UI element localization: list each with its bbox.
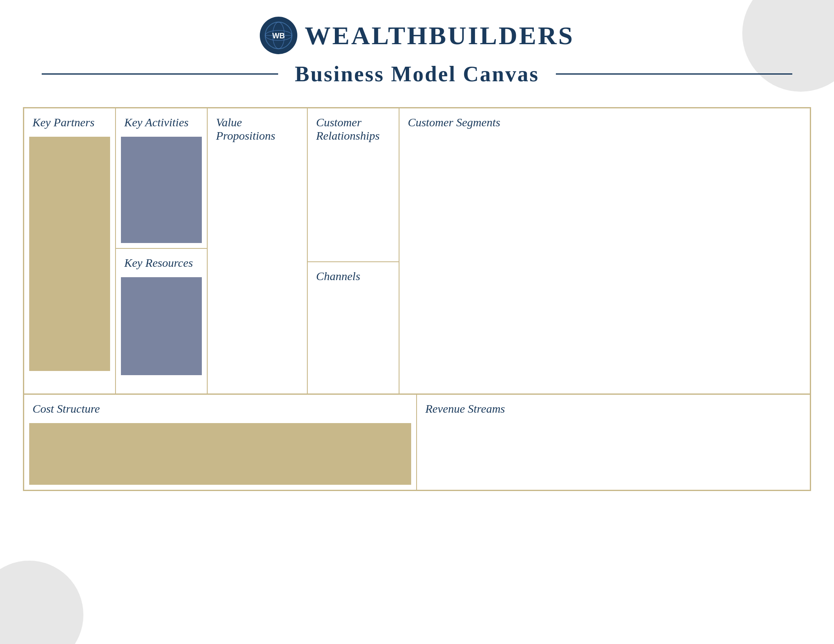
logo-area: WB WEALTHBUILDERS: [260, 17, 574, 54]
corner-marker-tl: [23, 107, 30, 115]
logo-circle: WB: [260, 17, 297, 54]
cell-customer-segments: Customer Segments: [399, 108, 810, 393]
key-activities-fill: [121, 137, 202, 243]
revenue-streams-fill: [422, 423, 805, 485]
svg-text:WB: WB: [272, 32, 285, 40]
canvas-wrapper: Key Partners Key Activities Key Resource…: [23, 107, 811, 491]
title-line-right: [556, 73, 792, 75]
customer-relationships-label: Customer Relationships: [308, 108, 399, 147]
cell-value-propositions: Value Propositions: [208, 108, 308, 393]
cell-key-partners: Key Partners: [24, 108, 116, 393]
cell-cost-structure: Cost Structure: [24, 395, 417, 490]
title-row: Business Model Canvas: [42, 62, 792, 86]
value-propositions-fill: [213, 150, 302, 384]
customer-segments-label: Customer Segments: [399, 108, 810, 133]
key-resources-fill: [121, 277, 202, 375]
logo-globe-icon: WB: [264, 21, 293, 50]
cell-revenue-streams: Revenue Streams: [417, 395, 810, 490]
title-line-left: [42, 73, 278, 75]
key-partners-fill: [29, 137, 110, 371]
canvas-main: Key Partners Key Activities Key Resource…: [24, 108, 810, 395]
canvas-bottom: Cost Structure Revenue Streams: [24, 395, 810, 490]
revenue-streams-label: Revenue Streams: [417, 395, 810, 420]
corner-marker-br: [804, 484, 811, 491]
customer-segments-fill: [404, 137, 805, 371]
decorative-circle-bottom-left: [0, 561, 83, 644]
channels-label: Channels: [308, 262, 399, 287]
cell-customer-relationships: Customer Relationships: [308, 108, 399, 262]
cell-key-resources: Key Resources: [116, 249, 207, 380]
key-partners-label: Key Partners: [24, 108, 115, 133]
header: WB WEALTHBUILDERS Business Model Canvas: [0, 0, 834, 95]
key-activities-label: Key Activities: [116, 108, 207, 133]
customer-relationships-fill: [313, 150, 394, 256]
page-title: Business Model Canvas: [295, 62, 539, 86]
cost-structure-label: Cost Structure: [24, 395, 416, 420]
page: WB WEALTHBUILDERS Business Model Canvas: [0, 0, 834, 644]
logo-text-bold: BUILDERS: [429, 21, 574, 50]
corner-marker-bl: [23, 484, 30, 491]
cell-channels: Channels: [308, 262, 399, 393]
cost-structure-fill: [29, 423, 411, 485]
key-resources-label: Key Resources: [116, 249, 207, 274]
cell-cr-channels-col: Customer Relationships Channels: [308, 108, 399, 393]
value-propositions-label: Value Propositions: [208, 108, 307, 147]
logo-text-light: WEALTH: [305, 21, 429, 50]
cell-activities-resources-col: Key Activities Key Resources: [116, 108, 208, 393]
canvas-outer: Key Partners Key Activities Key Resource…: [23, 107, 811, 491]
corner-marker-tr: [804, 107, 811, 115]
logo-text: WEALTHBUILDERS: [305, 21, 574, 50]
channels-fill: [313, 291, 394, 388]
cell-key-activities: Key Activities: [116, 108, 207, 249]
